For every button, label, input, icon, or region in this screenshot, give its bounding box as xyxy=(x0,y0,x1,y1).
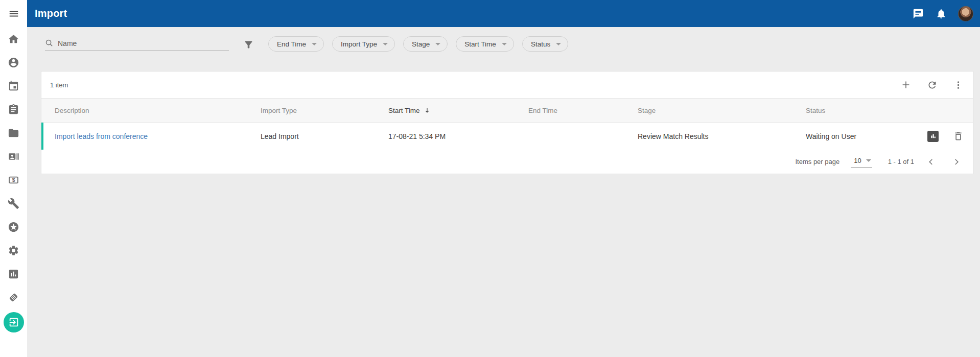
import-icon xyxy=(8,317,19,328)
notifications-button[interactable] xyxy=(935,8,947,20)
handshake-icon xyxy=(8,292,19,303)
home-icon xyxy=(8,33,19,45)
finance-icon: $ xyxy=(8,174,19,186)
page-range-label: 1 - 1 of 1 xyxy=(888,158,914,165)
chip-label: Start Time xyxy=(464,40,496,48)
chip-import-type[interactable]: Import Type xyxy=(332,36,395,52)
chip-label: Status xyxy=(531,40,550,48)
sidebar-item-calendar[interactable] xyxy=(0,74,27,98)
row-accent-bar xyxy=(41,123,43,150)
app-header: Import xyxy=(27,0,980,27)
settings-icon xyxy=(8,245,19,256)
chip-end-time[interactable]: End Time xyxy=(268,36,324,52)
page-title: Import xyxy=(35,8,67,19)
sidebar: $ xyxy=(0,0,27,357)
row-import-type: Lead Import xyxy=(261,132,388,140)
sort-desc-icon xyxy=(423,106,431,114)
chevron-down-icon xyxy=(866,159,871,162)
row-start-time: 17-08-21 5:34 PM xyxy=(388,132,528,140)
sidebar-item-import-active[interactable] xyxy=(4,312,24,332)
row-status: Waiting on User xyxy=(806,132,901,140)
column-header-end-time[interactable]: End Time xyxy=(528,107,638,114)
items-per-page-label: Items per page xyxy=(796,158,840,165)
contacts-icon xyxy=(8,151,19,162)
chip-status[interactable]: Status xyxy=(522,36,568,52)
chip-label: Stage xyxy=(412,40,430,48)
items-count: 1 item xyxy=(50,81,68,89)
sidebar-item-home[interactable] xyxy=(0,27,27,51)
main-content: End Time Import Type Stage Start Time St… xyxy=(27,27,980,357)
tasks-icon xyxy=(8,104,19,115)
column-header-status[interactable]: Status xyxy=(806,107,901,114)
add-button[interactable] xyxy=(900,79,912,91)
more-actions-button[interactable] xyxy=(952,79,964,91)
next-page-button[interactable] xyxy=(950,156,963,168)
chip-start-time[interactable]: Start Time xyxy=(456,36,514,52)
menu-button[interactable] xyxy=(0,0,27,27)
chevron-down-icon xyxy=(383,43,388,45)
chevron-down-icon xyxy=(556,43,561,45)
chip-label: End Time xyxy=(277,40,306,48)
tools-icon xyxy=(8,198,19,209)
refresh-icon xyxy=(927,80,938,90)
delete-icon xyxy=(953,131,964,141)
previous-page-button[interactable] xyxy=(925,156,937,168)
chevron-down-icon xyxy=(312,43,317,45)
refresh-button[interactable] xyxy=(926,79,938,91)
sidebar-item-files[interactable] xyxy=(0,121,27,145)
import-log-chart-icon xyxy=(930,133,937,139)
chip-label: Import Type xyxy=(341,40,377,48)
featured-icon xyxy=(8,221,19,233)
chevron-left-icon xyxy=(926,157,936,167)
sidebar-item-tasks[interactable] xyxy=(0,98,27,121)
filter-bar: End Time Import Type Stage Start Time St… xyxy=(27,27,980,59)
chevron-down-icon xyxy=(502,43,507,45)
sidebar-item-deals[interactable] xyxy=(0,285,27,309)
column-header-stage[interactable]: Stage xyxy=(638,107,806,114)
table-header: Description Import Type Start Time End T… xyxy=(41,98,973,123)
paginator: Items per page 10 1 - 1 of 1 xyxy=(41,150,973,174)
messages-button[interactable] xyxy=(912,8,924,20)
row-stage: Review Match Results xyxy=(638,132,806,140)
delete-button[interactable] xyxy=(952,130,964,142)
column-header-import-type[interactable]: Import Type xyxy=(261,107,388,114)
analytics-icon xyxy=(8,268,19,280)
sidebar-item-settings[interactable] xyxy=(0,239,27,262)
page-size-select[interactable]: 10 xyxy=(851,156,872,168)
funnel-icon xyxy=(243,39,254,50)
user-avatar[interactable] xyxy=(958,6,973,21)
filter-button[interactable] xyxy=(243,39,254,50)
import-log-button[interactable] xyxy=(927,131,939,142)
search-input[interactable] xyxy=(58,39,229,47)
sidebar-item-analytics[interactable] xyxy=(0,262,27,285)
folder-icon xyxy=(8,127,19,139)
column-header-description[interactable]: Description xyxy=(41,107,261,114)
menu-icon xyxy=(8,8,19,19)
row-description-link[interactable]: Import leads from conference xyxy=(55,132,148,140)
kebab-menu-icon xyxy=(953,80,964,90)
calendar-icon xyxy=(8,80,19,92)
column-label: Start Time xyxy=(388,107,420,114)
sidebar-item-contacts[interactable] xyxy=(0,145,27,168)
notifications-icon xyxy=(936,8,947,19)
search-icon xyxy=(45,39,54,47)
column-header-start-time[interactable]: Start Time xyxy=(388,106,528,114)
list-toolbar: 1 item xyxy=(41,72,973,98)
chip-stage[interactable]: Stage xyxy=(403,36,448,52)
sidebar-item-featured[interactable] xyxy=(0,215,27,239)
chevron-right-icon xyxy=(951,157,962,167)
sidebar-item-tools[interactable] xyxy=(0,192,27,215)
search-field xyxy=(45,39,229,51)
add-icon xyxy=(900,79,912,90)
messages-icon xyxy=(913,8,924,19)
svg-text:$: $ xyxy=(12,177,15,182)
profile-icon xyxy=(8,57,19,68)
filter-chips: End Time Import Type Stage Start Time St… xyxy=(268,36,568,52)
table-row[interactable]: Import leads from conference Lead Import… xyxy=(41,123,973,150)
sidebar-item-finance[interactable]: $ xyxy=(0,168,27,192)
page-size-value: 10 xyxy=(854,157,861,164)
import-list-card: 1 item xyxy=(41,71,973,174)
chevron-down-icon xyxy=(435,43,440,45)
sidebar-item-profile[interactable] xyxy=(0,51,27,74)
